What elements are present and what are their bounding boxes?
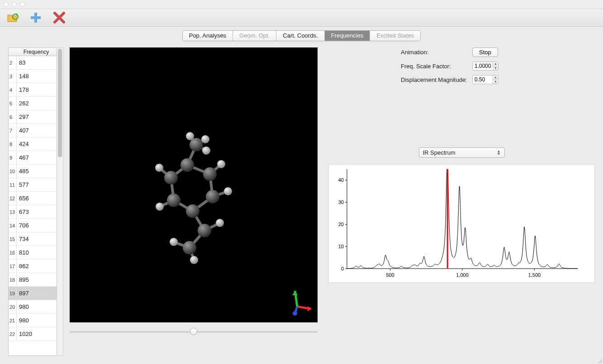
minimize-icon[interactable] [12,2,17,7]
tab-excited-states: Excited States [370,31,420,41]
table-row[interactable]: 21980 [9,314,57,327]
row-value: 83 [17,59,57,66]
row-index: 9 [9,151,17,164]
row-value: 262 [17,100,57,107]
animation-slider[interactable] [70,327,318,336]
row-value: 862 [17,263,57,269]
svg-point-45 [293,311,297,316]
row-index: 2 [9,56,17,69]
animation-stop-button[interactable]: Stop [472,47,498,57]
resize-grip-icon[interactable] [596,357,602,363]
table-row[interactable]: 11577 [9,178,57,192]
table-row[interactable]: 19897 [9,287,57,300]
row-index: 16 [9,246,17,259]
svg-marker-41 [308,306,311,312]
row-index: 20 [9,300,17,313]
svg-point-22 [180,158,194,172]
workarea: Frequency 283314841785262629774078424946… [0,41,603,364]
frequency-header: Frequency [16,49,57,55]
viewer-panel [70,47,318,356]
svg-point-39 [190,256,198,264]
displacement-stepper[interactable]: ▲ ▼ [493,76,498,84]
row-index: 12 [9,192,17,205]
svg-point-23 [203,167,217,181]
tabstrip: Pop. AnalysesGeom. Opt.Cart. Coords.Freq… [0,27,603,41]
scrollbar-thumb[interactable] [58,49,62,157]
chevron-up-icon[interactable]: ▲ [493,62,498,66]
controls: Animation: Stop Freq. Scale Factor: ▲ ▼ … [328,47,595,89]
tab-frequencies[interactable]: Frequencies [325,31,370,41]
frequency-table[interactable]: Frequency 283314841785262629774078424946… [8,47,57,356]
table-row[interactable]: 20980 [9,300,57,314]
svg-point-37 [216,219,224,227]
tab-cart-coords[interactable]: Cart. Coords. [276,31,324,41]
scale-factor-stepper[interactable]: ▲ ▼ [493,62,498,70]
svg-point-33 [217,160,225,168]
axis-gizmo-icon [281,286,313,318]
row-value: 577 [17,181,57,188]
tab-pop-analyses[interactable]: Pop. Analyses [183,31,233,41]
svg-text:20: 20 [338,222,344,227]
row-index: 14 [9,219,17,232]
add-icon[interactable] [29,11,43,24]
spectrum-dropdown[interactable]: IR Spectrum ▲▼ [419,147,505,158]
row-value: 706 [17,222,57,229]
table-row[interactable]: 13673 [9,205,57,219]
table-row[interactable]: 9467 [9,151,57,165]
table-row[interactable]: 14706 [9,219,57,232]
row-value: 895 [17,276,57,283]
close-icon[interactable] [4,2,9,7]
svg-point-36 [156,203,164,211]
table-row[interactable]: 12656 [9,192,57,205]
zoom-icon[interactable] [20,2,25,7]
chevron-down-icon[interactable]: ▼ [493,80,498,84]
scale-factor-field[interactable]: ▲ ▼ [472,61,499,71]
svg-point-29 [183,241,196,255]
delete-icon[interactable] [52,11,66,24]
row-index: 8 [9,137,17,151]
svg-text:0: 0 [341,266,344,271]
svg-point-34 [224,187,232,195]
row-index: 22 [9,327,17,340]
ir-spectrum-chart[interactable]: 0102030405001,0001,500 [328,164,595,283]
molecule-viewer[interactable] [70,47,318,322]
table-row[interactable]: 5262 [9,97,57,110]
displacement-field[interactable]: ▲ ▼ [472,75,499,84]
table-row[interactable]: 283 [9,56,57,70]
vertical-scrollbar[interactable] [57,47,63,356]
table-row[interactable]: 8424 [9,137,57,151]
table-row[interactable]: 7407 [9,124,57,137]
open-file-icon[interactable] [6,11,19,24]
row-value: 297 [17,113,57,120]
table-row[interactable]: 3148 [9,70,57,83]
svg-point-24 [206,190,219,203]
chevron-up-icon[interactable]: ▲ [493,76,498,80]
table-row[interactable]: 221020 [9,327,57,341]
titlebar [0,0,603,9]
table-row[interactable]: 16810 [9,246,57,260]
svg-text:10: 10 [338,244,344,249]
row-value: 1020 [17,331,57,337]
chevron-down-icon[interactable]: ▼ [493,66,498,71]
table-row[interactable]: 15734 [9,232,57,246]
row-index: 13 [9,205,17,218]
row-value: 673 [17,208,57,215]
toolbar [0,9,603,27]
row-index: 5 [9,97,17,110]
displacement-input[interactable] [473,76,493,84]
tab-geom-opt: Geom. Opt. [233,31,276,41]
scale-factor-input[interactable] [473,62,493,70]
svg-marker-43 [292,291,298,295]
table-row[interactable]: 6297 [9,110,57,124]
svg-point-35 [155,164,163,172]
row-value: 178 [17,86,57,93]
svg-point-27 [164,171,178,184]
table-row[interactable]: 10485 [9,165,57,178]
animation-label: Animation: [401,49,472,56]
frequency-list-panel: Frequency 283314841785262629774078424946… [8,47,63,356]
row-value: 980 [17,317,57,324]
table-row[interactable]: 17862 [9,260,57,273]
table-row[interactable]: 4178 [9,83,57,97]
table-row[interactable]: 18895 [9,273,57,287]
svg-point-30 [186,132,194,140]
